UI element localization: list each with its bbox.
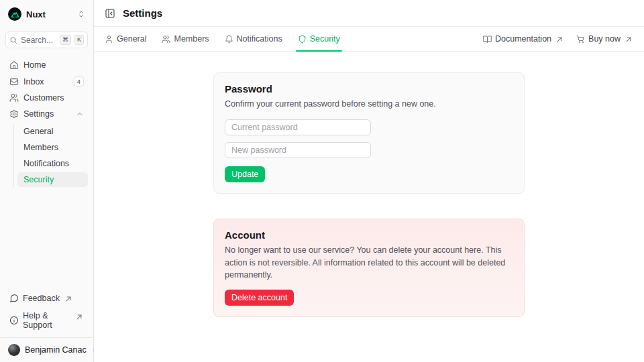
subnav-item-general[interactable]: General bbox=[17, 124, 88, 139]
help-support-link[interactable]: Help & Support bbox=[7, 309, 87, 332]
update-button[interactable]: Update bbox=[225, 166, 265, 182]
panel-collapse-icon bbox=[105, 8, 115, 19]
sidebar-item-home[interactable]: Home bbox=[5, 58, 88, 72]
inbox-count-badge: 4 bbox=[74, 76, 84, 86]
documentation-link[interactable]: Documentation bbox=[483, 34, 564, 44]
sidebar: Nuxt Search... ⌘ K Home Inbox 4 Customer… bbox=[0, 0, 94, 362]
tabbar-actions: Documentation Buy now bbox=[483, 34, 633, 44]
sidebar-item-label: Settings bbox=[23, 109, 71, 119]
sidebar-item-label: Customers bbox=[23, 93, 84, 103]
tab-notifications[interactable]: Notifications bbox=[225, 27, 282, 51]
gear-icon bbox=[9, 109, 19, 119]
external-link-icon bbox=[624, 35, 633, 44]
sidebar-item-label: Inbox bbox=[23, 77, 69, 86]
user-name: Benjamin Canac bbox=[25, 345, 87, 355]
cart-icon bbox=[576, 35, 585, 44]
footer-item-label: Feedback bbox=[23, 294, 60, 303]
app-root: Nuxt Search... ⌘ K Home Inbox 4 Customer… bbox=[0, 0, 644, 362]
nuxt-logo bbox=[8, 7, 21, 21]
footer-item-label: Help & Support bbox=[23, 311, 70, 330]
sidebar-nav: Home Inbox 4 Customers Settings General … bbox=[5, 58, 88, 187]
workspace-name: Nuxt bbox=[26, 9, 72, 19]
search-icon bbox=[9, 36, 17, 44]
page-header: Settings bbox=[94, 0, 644, 27]
delete-account-button[interactable]: Delete account bbox=[225, 290, 294, 306]
card-description: Confirm your current password before set… bbox=[225, 98, 513, 111]
password-form: Update bbox=[225, 119, 513, 182]
tab-label: General bbox=[117, 34, 146, 44]
chevron-up-icon bbox=[76, 110, 84, 118]
tabs: General Members Notifications Security bbox=[105, 27, 340, 51]
subnav-item-notifications[interactable]: Notifications bbox=[17, 156, 88, 171]
card-title: Password bbox=[225, 83, 513, 95]
users-icon bbox=[162, 35, 170, 44]
sidebar-spacer bbox=[5, 187, 88, 291]
customers-icon bbox=[9, 93, 19, 103]
info-circle-icon bbox=[9, 316, 19, 325]
tab-members[interactable]: Members bbox=[162, 27, 209, 51]
subnav-item-security[interactable]: Security bbox=[17, 172, 88, 187]
tab-label: Notifications bbox=[237, 34, 282, 44]
shield-icon bbox=[298, 35, 307, 44]
card-title: Account bbox=[225, 229, 513, 241]
action-label: Buy now bbox=[588, 34, 621, 44]
account-card: Account No longer want to use our servic… bbox=[213, 219, 525, 317]
buy-now-button[interactable]: Buy now bbox=[576, 34, 633, 44]
page-title: Settings bbox=[123, 7, 162, 19]
external-link-icon bbox=[64, 294, 73, 304]
settings-column: Password Confirm your current password b… bbox=[213, 72, 525, 317]
sidebar-item-settings[interactable]: Settings bbox=[5, 107, 88, 121]
tab-security[interactable]: Security bbox=[298, 27, 340, 51]
external-link-icon bbox=[74, 312, 84, 322]
inbox-icon bbox=[9, 77, 19, 86]
sidebar-item-label: Home bbox=[23, 60, 84, 70]
content-area: Password Confirm your current password b… bbox=[94, 52, 644, 362]
avatar bbox=[8, 344, 20, 356]
sidebar-footer: Feedback Help & Support bbox=[5, 291, 88, 337]
chevrons-up-down-icon bbox=[77, 10, 85, 18]
search-placeholder: Search... bbox=[21, 36, 56, 45]
book-open-icon bbox=[483, 35, 492, 44]
kbd-cmd: ⌘ bbox=[60, 35, 71, 45]
tab-label: Security bbox=[310, 34, 340, 44]
tab-bar: General Members Notifications Security bbox=[94, 27, 644, 52]
bell-icon bbox=[225, 35, 233, 44]
new-password-field[interactable] bbox=[225, 142, 371, 158]
external-link-icon bbox=[555, 35, 564, 44]
tab-general[interactable]: General bbox=[105, 27, 146, 51]
feedback-link[interactable]: Feedback bbox=[7, 291, 87, 306]
sidebar-item-customers[interactable]: Customers bbox=[5, 91, 88, 105]
main-panel: Settings General Members Notifications bbox=[94, 0, 644, 362]
user-icon bbox=[105, 35, 113, 44]
search-input[interactable]: Search... ⌘ K bbox=[5, 32, 88, 48]
user-menu[interactable]: Benjamin Canac bbox=[0, 337, 93, 362]
current-password-field[interactable] bbox=[225, 119, 371, 135]
sidebar-collapse-button[interactable] bbox=[105, 8, 115, 19]
tab-label: Members bbox=[174, 34, 209, 44]
settings-subnav: General Members Notifications Security bbox=[13, 124, 88, 187]
kbd-k: K bbox=[74, 35, 84, 45]
sidebar-item-inbox[interactable]: Inbox 4 bbox=[5, 74, 88, 88]
action-label: Documentation bbox=[495, 34, 551, 44]
card-description: No longer want to use our service? You c… bbox=[225, 244, 513, 282]
password-card: Password Confirm your current password b… bbox=[213, 72, 525, 194]
subnav-item-members[interactable]: Members bbox=[17, 140, 88, 155]
workspace-selector[interactable]: Nuxt bbox=[5, 7, 88, 21]
chat-bubble-icon bbox=[9, 294, 19, 303]
home-icon bbox=[9, 60, 19, 70]
